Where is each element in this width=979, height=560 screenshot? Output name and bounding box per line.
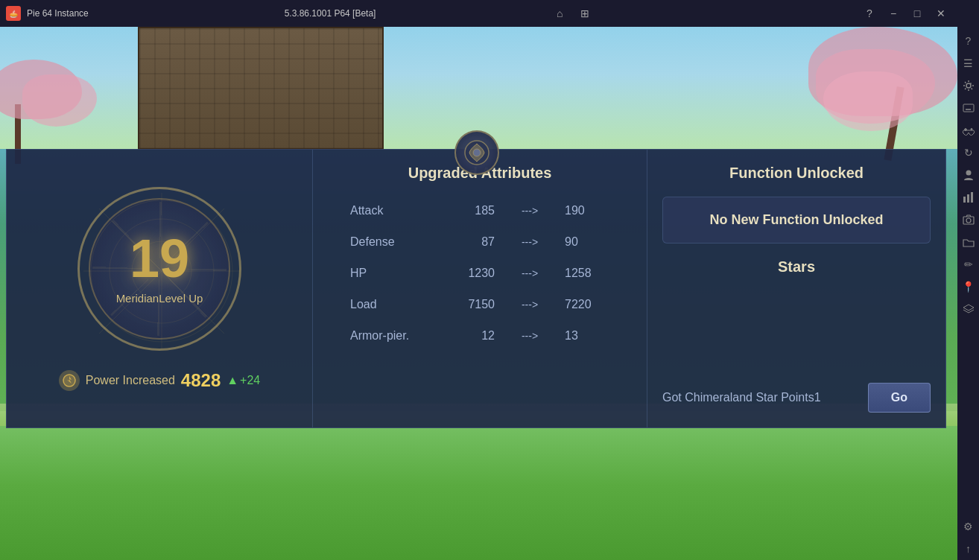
go-button[interactable]: Go	[868, 383, 931, 413]
attr-arrow-defense: --->	[511, 236, 548, 248]
sidebar-icon-settings[interactable]	[960, 77, 977, 94]
power-label: Power Increased	[86, 374, 175, 387]
level-number: 19	[130, 232, 189, 285]
attr-arrow-hp: --->	[511, 267, 548, 279]
svg-point-10	[966, 83, 971, 88]
stars-title: Stars	[662, 258, 931, 276]
sidebar-icon-camera[interactable]	[960, 211, 977, 228]
close-button[interactable]: ✕	[931, 3, 951, 24]
home-button[interactable]: ⌂	[549, 3, 570, 24]
sidebar-icon-edit[interactable]: ✏	[960, 256, 977, 273]
function-title: Function Unlocked	[662, 165, 931, 182]
maximize-button[interactable]: □	[907, 3, 928, 24]
app-title: Pie 64 Instance	[27, 8, 285, 19]
attr-new-load: 7220	[565, 298, 609, 311]
attr-row-armor: Armor-pier. 12 ---> 13	[335, 322, 624, 350]
circle-outer: 19 MeridianLevel Up	[77, 187, 241, 351]
attr-old-defense: 87	[450, 235, 495, 249]
attr-row-defense: Defense 87 ---> 90	[335, 228, 624, 256]
power-value: 4828	[181, 370, 221, 391]
sidebar-icon-pin[interactable]: 📍	[960, 279, 977, 295]
sidebar-icon-stats[interactable]	[960, 189, 977, 206]
sidebar-icon-gamepad[interactable]	[960, 122, 977, 139]
sidebar-icon-layers[interactable]	[960, 301, 977, 317]
sidebar-icon-scroll-up[interactable]: ↑	[960, 541, 977, 557]
attr-old-attack: 185	[450, 204, 495, 217]
power-increase: ▲ +24	[226, 374, 260, 387]
overlay-panel: 19 MeridianLevel Up Power Increased 4828…	[6, 149, 946, 428]
attr-new-defense: 90	[565, 235, 609, 249]
level-text: MeridianLevel Up	[116, 291, 203, 306]
arrow-up-icon: ▲	[226, 374, 238, 387]
app-version: 5.3.86.1001 P64 [Beta]	[285, 8, 542, 19]
multi-window-button[interactable]: ⊞	[574, 3, 595, 24]
sidebar-icon-settings-bottom[interactable]: ⚙	[960, 518, 977, 535]
app-icon: 🥧	[6, 6, 21, 21]
help-button[interactable]: ?	[859, 3, 880, 24]
level-up-section: 19 MeridianLevel Up Power Increased 4828…	[7, 150, 312, 427]
attr-row-attack: Attack 185 ---> 190	[335, 197, 624, 225]
function-unlocked-section: Function Unlocked No New Function Unlock…	[647, 150, 945, 427]
attr-name-defense: Defense	[350, 235, 440, 249]
attr-arrow-load: --->	[511, 299, 548, 311]
level-circle: 19 MeridianLevel Up	[77, 187, 241, 351]
window-controls: ? − □ ✕	[859, 3, 951, 24]
star-points-row: Got Chimeraland Star Points1 Go	[662, 383, 931, 413]
attributes-section: Upgraded Attributes Attack 185 ---> 190 …	[312, 150, 647, 427]
game-icon	[454, 130, 499, 175]
sidebar-icon-folder[interactable]	[960, 234, 977, 250]
attr-row-load: Load 7150 ---> 7220	[335, 290, 624, 319]
attr-new-attack: 190	[565, 204, 609, 217]
svg-point-1	[473, 149, 481, 156]
titlebar: 🥧 Pie 64 Instance 5.3.86.1001 P64 [Beta]…	[0, 0, 957, 27]
no-function-text: No New Function Unlocked	[709, 212, 883, 227]
attr-old-armor: 12	[450, 329, 495, 343]
attr-name-armor: Armor-pier.	[350, 329, 440, 343]
sidebar-icon-menu[interactable]: ☰	[960, 55, 977, 71]
svg-point-20	[966, 171, 971, 176]
right-sidebar: ? ☰ ↻	[957, 0, 979, 560]
attr-name-hp: HP	[350, 267, 440, 280]
sidebar-icon-user[interactable]	[960, 167, 977, 183]
attr-new-hp: 1258	[565, 267, 609, 280]
svg-rect-21	[963, 197, 966, 203]
sidebar-icon-keyboard[interactable]	[960, 100, 977, 116]
grass-area	[0, 411, 957, 560]
power-icon	[59, 370, 80, 391]
sidebar-icon-help[interactable]: ?	[960, 33, 977, 49]
attr-arrow-armor: --->	[511, 330, 548, 342]
svg-rect-23	[971, 192, 973, 203]
attr-arrow-attack: --->	[511, 205, 548, 217]
svg-point-19	[971, 129, 972, 130]
svg-rect-22	[967, 194, 969, 203]
sidebar-icon-refresh[interactable]: ↻	[960, 144, 977, 161]
attr-old-hp: 1230	[450, 267, 495, 280]
svg-rect-11	[963, 104, 974, 112]
attr-name-load: Load	[350, 298, 440, 311]
minimize-button[interactable]: −	[883, 3, 904, 24]
power-row: Power Increased 4828 ▲ +24	[59, 370, 260, 391]
attribute-rows: Attack 185 ---> 190 Defense 87 ---> 90 H…	[335, 197, 624, 350]
attr-old-load: 7150	[450, 298, 495, 311]
no-function-box: No New Function Unlocked	[662, 197, 931, 244]
star-points-text: Got Chimeraland Star Points1	[662, 391, 821, 404]
attr-name-attack: Attack	[350, 204, 440, 217]
svg-point-25	[966, 218, 971, 223]
attr-new-armor: 13	[565, 329, 609, 343]
attr-row-hp: HP 1230 ---> 1258	[335, 259, 624, 287]
